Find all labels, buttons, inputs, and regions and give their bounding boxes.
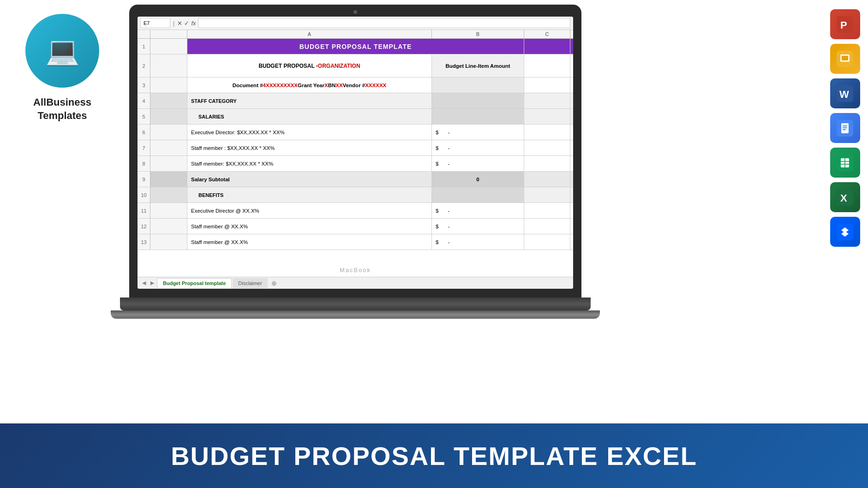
title-col-c [524,39,570,54]
formula-input[interactable] [198,18,570,28]
logo-circle: 💻 [25,14,99,88]
grant-value: X [324,83,328,88]
table-row: 10 BENEFITS [138,187,573,203]
row-nav-2 [150,54,187,77]
bn-label: BN [328,83,336,88]
row5-col-c [524,109,570,124]
row-number-4: 4 [138,93,150,108]
active-tab-label: Budget Proposal template [163,280,226,286]
row8-col-b: $ - [432,156,524,171]
row-nav-12 [150,219,187,234]
doc-label: Document # [233,83,263,88]
row-nav-13 [150,234,187,250]
bottom-banner: BUDGET PROPOSAL TEMPLATE EXCEL [0,423,868,488]
org-cell: BUDGET PROPOSAL - ORGANIZATION [187,54,432,77]
inactive-tab-label: Disclaimer [238,280,262,286]
row5-col-b [432,109,524,124]
row11-col-b: $ - [432,203,524,218]
row7-dollar: $ [436,145,438,151]
tab-next-button[interactable]: ▶ [149,280,156,286]
row11-col-d [570,203,573,218]
tab-budget-proposal[interactable]: Budget Proposal template [157,278,232,288]
row-number-1: 1 [138,39,150,54]
tab-bar: ◀ ▶ Budget Proposal template Disclaimer … [138,277,573,289]
row8-dollar: $ [436,161,438,167]
vendor-label: Vendor # [343,83,365,88]
row12-col-c [524,219,570,234]
add-tab-button[interactable]: ⊕ [269,280,280,287]
row9-col-d [570,172,573,187]
laptop-screen-outer: E7 | ✕ ✓ fx A B C D [129,5,581,298]
logo-area: 💻 AllBusiness Templates [0,0,125,332]
row-nav-3 [150,77,187,93]
table-row: 8 Staff member: $XX,XXX.XX * XX% $ - [138,156,573,172]
row4-col-c [524,93,570,108]
table-row: 5 SALARIES [138,109,573,125]
row6-dollar: $ [436,130,438,135]
row4-col-d [570,93,573,108]
dropbox-icon[interactable] [830,217,860,247]
salary-subtotal-label: Salary Subtotal [191,177,230,182]
benefits-cell: BENEFITS [187,187,432,202]
formula-divider: | [172,20,175,27]
column-headers: A B C D [138,30,573,39]
row-nav-7 [150,140,187,155]
row-number-12: 12 [138,219,150,234]
formula-icons: ✕ ✓ fx [177,20,196,27]
title-col-d [570,39,573,54]
row-nav-10 [150,187,187,202]
sheet-body: 1 BUDGET PROPOSAL TEMPLATE 2 BUDGET [138,39,573,277]
spreadsheet-title: BUDGET PROPOSAL TEMPLATE [299,43,412,50]
title-cell: BUDGET PROPOSAL TEMPLATE [187,39,524,54]
staff-benefits2-label: Staff member @ XX.X% [191,239,248,245]
svg-rect-11 [843,129,846,130]
excel-icon[interactable]: X [830,182,860,212]
laptop-base [120,298,591,310]
table-row: 3 Document # 4XXXXXXXXX Grant Year X BNX… [138,77,573,93]
fx-icon[interactable]: fx [191,20,196,27]
tab-disclaimer[interactable]: Disclaimer [233,278,267,288]
salaries-label: SALARIES [198,114,224,119]
salary-subtotal-value: 0 [476,177,479,182]
row-number-8: 8 [138,156,150,171]
row13-col-b: $ - [432,234,524,250]
col-header-c: C [524,30,570,38]
cancel-icon[interactable]: ✕ [177,20,182,27]
table-row: 9 Salary Subtotal 0 [138,172,573,187]
row7-col-d [570,140,573,155]
powerpoint-icon[interactable]: P [830,9,860,39]
org-value: ORGANIZATION [318,63,360,69]
cell-reference-box[interactable]: E7 [140,18,170,28]
row11-col-c [524,203,570,218]
google-docs-icon[interactable] [830,113,860,143]
table-row: 13 Staff member @ XX.X% $ - [138,234,573,250]
svg-text:P: P [840,19,847,31]
brand-name: AllBusiness Templates [33,96,91,122]
row8-col-c [524,156,570,171]
col-header-nav [150,30,187,38]
staff-benefits2-cell: Staff member @ XX.X% [187,234,432,250]
vendor-value: XXXXXX [365,83,386,88]
row-number-7: 7 [138,140,150,155]
tab-prev-button[interactable]: ◀ [140,280,148,286]
row12-col-d [570,219,573,234]
laptop-camera [353,10,357,14]
col-header-b: B [432,30,524,38]
row6-col-c [524,125,570,140]
staff-member2-cell: Staff member: $XX,XXX.XX * XX% [187,156,432,171]
row-number-3: 3 [138,77,150,93]
confirm-icon[interactable]: ✓ [184,20,189,27]
row12-dollar: $ [436,224,438,229]
salaries-cell: SALARIES [187,109,432,124]
row-nav-4 [150,93,187,108]
staff-member1-cell: Staff member : $XX,XXX.XX * XX% [187,140,432,155]
word-icon[interactable]: W [830,78,860,108]
google-slides-icon[interactable] [830,44,860,74]
formula-bar: E7 | ✕ ✓ fx [138,17,573,30]
row10-col-c [524,187,570,202]
row-nav-8 [150,156,187,171]
row2-col-c [524,54,570,77]
google-sheets-icon[interactable] [830,148,860,178]
org-label: BUDGET PROPOSAL - [258,63,317,69]
col-header-d: D [570,30,573,38]
